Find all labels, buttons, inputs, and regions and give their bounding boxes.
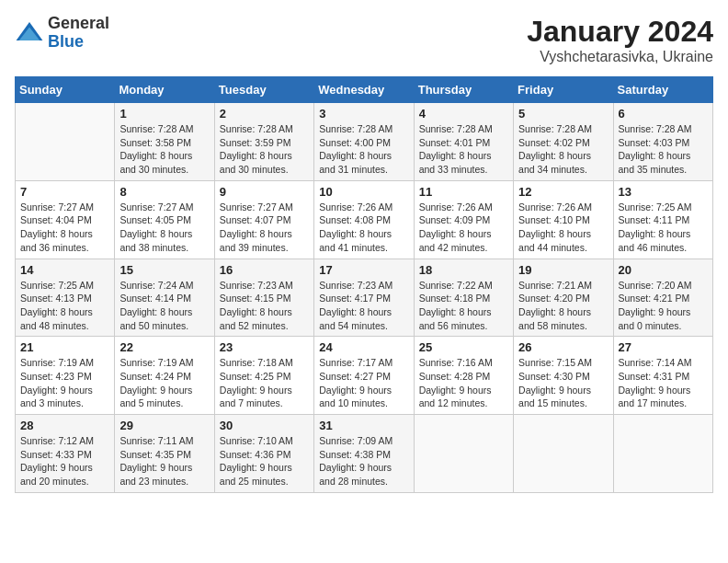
calendar-cell: [414, 415, 513, 493]
calendar-cell: 17Sunrise: 7:23 AMSunset: 4:17 PMDayligh…: [314, 259, 414, 337]
day-info: Sunrise: 7:28 AMSunset: 4:03 PMDaylight:…: [619, 122, 708, 177]
calendar-cell: 27Sunrise: 7:14 AMSunset: 4:31 PMDayligh…: [613, 337, 712, 415]
calendar-cell: 7Sunrise: 7:27 AMSunset: 4:04 PMDaylight…: [16, 180, 115, 259]
day-info: Sunrise: 7:21 AMSunset: 4:20 PMDaylight:…: [518, 279, 608, 333]
header-row: SundayMondayTuesdayWednesdayThursdayFrid…: [16, 77, 713, 103]
day-number: 25: [419, 340, 508, 354]
header-day-wednesday: Wednesday: [314, 77, 414, 103]
day-info: Sunrise: 7:16 AMSunset: 4:28 PMDaylight:…: [419, 356, 508, 410]
logo-icon: [15, 18, 44, 48]
day-info: Sunrise: 7:24 AMSunset: 4:14 PMDaylight:…: [119, 279, 209, 333]
day-info: Sunrise: 7:11 AMSunset: 4:35 PMDaylight:…: [119, 434, 209, 488]
calendar-cell: 10Sunrise: 7:26 AMSunset: 4:08 PMDayligh…: [314, 180, 414, 259]
day-info: Sunrise: 7:27 AMSunset: 4:04 PMDaylight:…: [20, 201, 109, 255]
day-number: 9: [220, 185, 309, 199]
day-info: Sunrise: 7:22 AMSunset: 4:18 PMDaylight:…: [419, 279, 508, 333]
page-header: General Blue January 2024 Vyshchetarasiv…: [15, 15, 713, 65]
day-number: 4: [419, 107, 508, 121]
logo-general: General: [48, 14, 109, 32]
header-day-thursday: Thursday: [414, 77, 513, 103]
calendar-cell: 12Sunrise: 7:26 AMSunset: 4:10 PMDayligh…: [514, 180, 613, 259]
calendar-cell: 26Sunrise: 7:15 AMSunset: 4:30 PMDayligh…: [514, 337, 613, 415]
week-row-1: 1Sunrise: 7:28 AMSunset: 3:58 PMDaylight…: [16, 103, 713, 181]
calendar-cell: 22Sunrise: 7:19 AMSunset: 4:24 PMDayligh…: [115, 337, 214, 415]
day-info: Sunrise: 7:09 AMSunset: 4:38 PMDaylight:…: [319, 434, 408, 488]
calendar-cell: 19Sunrise: 7:21 AMSunset: 4:20 PMDayligh…: [514, 259, 613, 337]
day-info: Sunrise: 7:28 AMSunset: 4:00 PMDaylight:…: [319, 122, 408, 177]
calendar-cell: [613, 415, 712, 493]
day-number: 20: [619, 263, 708, 277]
day-number: 15: [119, 263, 209, 277]
calendar-cell: 24Sunrise: 7:17 AMSunset: 4:27 PMDayligh…: [314, 337, 414, 415]
day-number: 29: [119, 419, 209, 432]
week-row-3: 14Sunrise: 7:25 AMSunset: 4:13 PMDayligh…: [16, 259, 713, 337]
day-info: Sunrise: 7:28 AMSunset: 3:59 PMDaylight:…: [220, 122, 309, 177]
day-number: 5: [518, 107, 608, 121]
calendar-table: SundayMondayTuesdayWednesdayThursdayFrid…: [15, 76, 713, 493]
day-number: 26: [518, 340, 608, 354]
day-number: 11: [419, 185, 508, 199]
calendar-cell: 23Sunrise: 7:18 AMSunset: 4:25 PMDayligh…: [214, 337, 313, 415]
calendar-cell: 30Sunrise: 7:10 AMSunset: 4:36 PMDayligh…: [214, 415, 313, 493]
header-day-tuesday: Tuesday: [214, 77, 313, 103]
logo-blue: Blue: [48, 32, 84, 51]
week-row-4: 21Sunrise: 7:19 AMSunset: 4:23 PMDayligh…: [16, 337, 713, 415]
calendar-cell: 21Sunrise: 7:19 AMSunset: 4:23 PMDayligh…: [16, 337, 115, 415]
day-number: 21: [20, 340, 109, 354]
calendar-cell: 13Sunrise: 7:25 AMSunset: 4:11 PMDayligh…: [613, 180, 712, 259]
day-info: Sunrise: 7:20 AMSunset: 4:21 PMDaylight:…: [619, 279, 708, 333]
calendar-cell: 1Sunrise: 7:28 AMSunset: 3:58 PMDaylight…: [115, 103, 214, 181]
calendar-cell: 9Sunrise: 7:27 AMSunset: 4:07 PMDaylight…: [214, 180, 313, 259]
day-info: Sunrise: 7:19 AMSunset: 4:23 PMDaylight:…: [20, 356, 109, 410]
calendar-cell: 31Sunrise: 7:09 AMSunset: 4:38 PMDayligh…: [314, 415, 414, 493]
day-number: 27: [619, 340, 708, 354]
day-info: Sunrise: 7:10 AMSunset: 4:36 PMDaylight:…: [220, 434, 309, 488]
day-number: 2: [220, 107, 309, 121]
calendar-cell: 3Sunrise: 7:28 AMSunset: 4:00 PMDaylight…: [314, 103, 414, 181]
day-number: 14: [20, 263, 109, 277]
day-info: Sunrise: 7:26 AMSunset: 4:10 PMDaylight:…: [518, 201, 608, 255]
day-info: Sunrise: 7:28 AMSunset: 3:58 PMDaylight:…: [119, 122, 209, 177]
day-number: 17: [319, 263, 408, 277]
day-info: Sunrise: 7:17 AMSunset: 4:27 PMDaylight:…: [319, 356, 408, 410]
calendar-cell: 5Sunrise: 7:28 AMSunset: 4:02 PMDaylight…: [514, 103, 613, 181]
calendar-cell: 2Sunrise: 7:28 AMSunset: 3:59 PMDaylight…: [214, 103, 313, 181]
header-day-monday: Monday: [115, 77, 214, 103]
day-number: 7: [20, 185, 109, 199]
day-info: Sunrise: 7:27 AMSunset: 4:05 PMDaylight:…: [119, 201, 209, 255]
day-info: Sunrise: 7:28 AMSunset: 4:02 PMDaylight:…: [518, 122, 608, 177]
calendar-cell: 16Sunrise: 7:23 AMSunset: 4:15 PMDayligh…: [214, 259, 313, 337]
calendar-body: 1Sunrise: 7:28 AMSunset: 3:58 PMDaylight…: [16, 103, 713, 493]
day-number: 31: [319, 419, 408, 432]
day-number: 10: [319, 185, 408, 199]
day-info: Sunrise: 7:26 AMSunset: 4:09 PMDaylight:…: [419, 201, 508, 255]
logo: General Blue: [15, 15, 109, 52]
day-number: 22: [119, 340, 209, 354]
calendar-cell: 8Sunrise: 7:27 AMSunset: 4:05 PMDaylight…: [115, 180, 214, 259]
day-number: 16: [220, 263, 309, 277]
day-number: 13: [619, 185, 708, 199]
day-info: Sunrise: 7:14 AMSunset: 4:31 PMDaylight:…: [619, 356, 708, 410]
day-number: 28: [20, 419, 109, 432]
day-number: 1: [119, 107, 209, 121]
day-info: Sunrise: 7:25 AMSunset: 4:13 PMDaylight:…: [20, 279, 109, 333]
day-info: Sunrise: 7:12 AMSunset: 4:33 PMDaylight:…: [20, 434, 109, 488]
logo-text: General Blue: [48, 15, 109, 52]
day-number: 19: [518, 263, 608, 277]
day-number: 18: [419, 263, 508, 277]
calendar-cell: 14Sunrise: 7:25 AMSunset: 4:13 PMDayligh…: [16, 259, 115, 337]
calendar-subtitle: Vyshchetarasivka, Ukraine: [527, 49, 713, 65]
day-number: 23: [220, 340, 309, 354]
calendar-cell: 6Sunrise: 7:28 AMSunset: 4:03 PMDaylight…: [613, 103, 712, 181]
day-info: Sunrise: 7:23 AMSunset: 4:15 PMDaylight:…: [220, 279, 309, 333]
calendar-cell: 28Sunrise: 7:12 AMSunset: 4:33 PMDayligh…: [16, 415, 115, 493]
calendar-cell: 20Sunrise: 7:20 AMSunset: 4:21 PMDayligh…: [613, 259, 712, 337]
title-block: January 2024 Vyshchetarasivka, Ukraine: [527, 15, 713, 65]
calendar-cell: [514, 415, 613, 493]
day-number: 6: [619, 107, 708, 121]
week-row-5: 28Sunrise: 7:12 AMSunset: 4:33 PMDayligh…: [16, 415, 713, 493]
day-number: 3: [319, 107, 408, 121]
day-number: 12: [518, 185, 608, 199]
day-info: Sunrise: 7:26 AMSunset: 4:08 PMDaylight:…: [319, 201, 408, 255]
day-info: Sunrise: 7:25 AMSunset: 4:11 PMDaylight:…: [619, 201, 708, 255]
